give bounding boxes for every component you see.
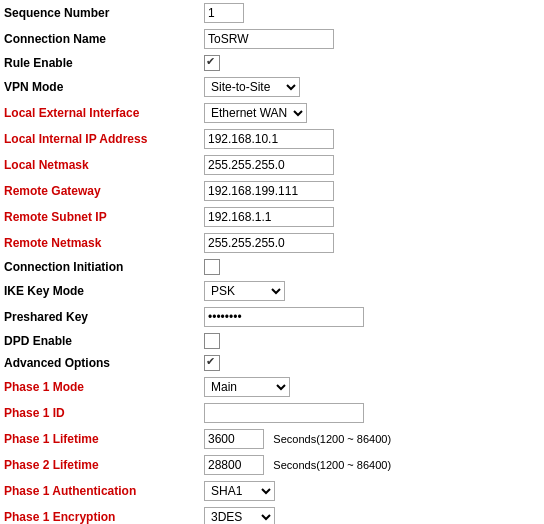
label-phase1-mode: Phase 1 Mode (4, 380, 84, 394)
phase2-lifetime-seconds: Seconds(1200 ~ 86400) (273, 459, 391, 471)
input-local-internal-ip[interactable] (204, 129, 334, 149)
row-ike-key-mode: IKE Key Mode PSK Certificate (0, 278, 544, 304)
input-remote-netmask[interactable] (204, 233, 334, 253)
label-local-netmask: Local Netmask (4, 158, 89, 172)
row-rule-enable: Rule Enable (0, 52, 544, 74)
label-local-internal-ip: Local Internal IP Address (4, 132, 147, 146)
label-phase1-authentication: Phase 1 Authentication (4, 484, 136, 498)
label-rule-enable: Rule Enable (4, 56, 73, 70)
input-remote-subnet-ip[interactable] (204, 207, 334, 227)
label-phase1-id: Phase 1 ID (4, 406, 65, 420)
label-advanced-options: Advanced Options (4, 356, 110, 370)
label-phase2-lifetime: Phase 2 Lifetime (4, 458, 99, 472)
input-remote-gateway[interactable] (204, 181, 334, 201)
label-phase1-lifetime: Phase 1 Lifetime (4, 432, 99, 446)
label-vpn-mode: VPN Mode (4, 80, 63, 94)
checkbox-rule-enable[interactable] (204, 55, 220, 71)
label-sequence-number: Sequence Number (4, 6, 109, 20)
row-local-external-interface: Local External Interface Ethernet WAN Et… (0, 100, 544, 126)
input-phase1-id[interactable] (204, 403, 364, 423)
row-dpd-enable: DPD Enable (0, 330, 544, 352)
label-local-external-interface: Local External Interface (4, 106, 139, 120)
row-vpn-mode: VPN Mode Site-to-Site Client-to-Site (0, 74, 544, 100)
select-ike-key-mode[interactable]: PSK Certificate (204, 281, 285, 301)
checkbox-advanced-options[interactable] (204, 355, 220, 371)
row-preshared-key: Preshared Key (0, 304, 544, 330)
select-phase1-encryption[interactable]: 3DES AES128 AES256 DES (204, 507, 275, 524)
input-phase1-lifetime[interactable] (204, 429, 264, 449)
row-phase1-mode: Phase 1 Mode Main Aggressive (0, 374, 544, 400)
select-vpn-mode[interactable]: Site-to-Site Client-to-Site (204, 77, 300, 97)
label-connection-name: Connection Name (4, 32, 106, 46)
row-remote-subnet-ip: Remote Subnet IP (0, 204, 544, 230)
checkbox-dpd-enable[interactable] (204, 333, 220, 349)
input-connection-name[interactable] (204, 29, 334, 49)
row-local-internal-ip: Local Internal IP Address (0, 126, 544, 152)
checkbox-connection-initiation[interactable] (204, 259, 220, 275)
input-sequence-number[interactable] (204, 3, 244, 23)
input-preshared-key[interactable] (204, 307, 364, 327)
row-sequence-number: Sequence Number (0, 0, 544, 26)
label-ike-key-mode: IKE Key Mode (4, 284, 84, 298)
label-phase1-encryption: Phase 1 Encryption (4, 510, 115, 524)
row-phase1-authentication: Phase 1 Authentication SHA1 MD5 SHA256 (0, 478, 544, 504)
row-remote-gateway: Remote Gateway (0, 178, 544, 204)
row-phase2-lifetime: Phase 2 Lifetime Seconds(1200 ~ 86400) (0, 452, 544, 478)
vpn-config-table: Sequence Number Connection Name Rule Ena… (0, 0, 544, 524)
label-preshared-key: Preshared Key (4, 310, 88, 324)
row-connection-name: Connection Name (0, 26, 544, 52)
input-local-netmask[interactable] (204, 155, 334, 175)
label-remote-netmask: Remote Netmask (4, 236, 101, 250)
row-local-netmask: Local Netmask (0, 152, 544, 178)
label-connection-initiation: Connection Initiation (4, 260, 123, 274)
select-phase1-mode[interactable]: Main Aggressive (204, 377, 290, 397)
row-phase1-lifetime: Phase 1 Lifetime Seconds(1200 ~ 86400) (0, 426, 544, 452)
row-phase1-id: Phase 1 ID (0, 400, 544, 426)
select-local-external-interface[interactable]: Ethernet WAN Ethernet LAN (204, 103, 307, 123)
select-phase1-authentication[interactable]: SHA1 MD5 SHA256 (204, 481, 275, 501)
row-remote-netmask: Remote Netmask (0, 230, 544, 256)
input-phase2-lifetime[interactable] (204, 455, 264, 475)
label-remote-gateway: Remote Gateway (4, 184, 101, 198)
label-remote-subnet-ip: Remote Subnet IP (4, 210, 107, 224)
phase1-lifetime-seconds: Seconds(1200 ~ 86400) (273, 433, 391, 445)
row-connection-initiation: Connection Initiation (0, 256, 544, 278)
label-dpd-enable: DPD Enable (4, 334, 72, 348)
row-phase1-encryption: Phase 1 Encryption 3DES AES128 AES256 DE… (0, 504, 544, 524)
row-advanced-options: Advanced Options (0, 352, 544, 374)
